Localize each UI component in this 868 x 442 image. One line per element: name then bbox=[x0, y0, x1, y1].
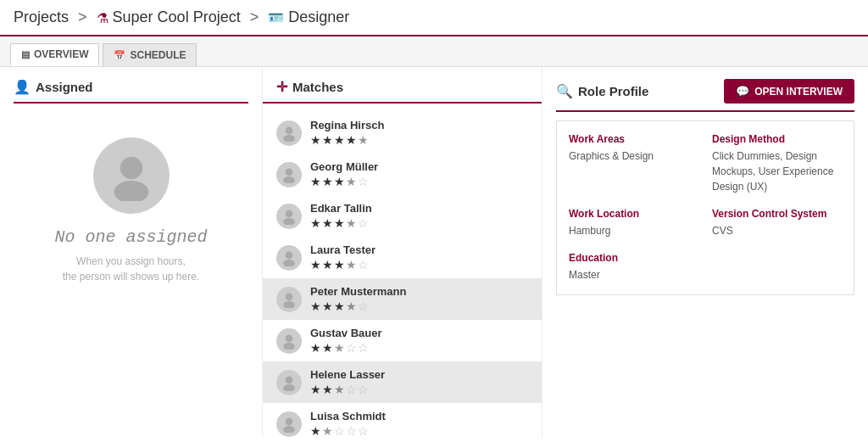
star-icon: ★ bbox=[322, 341, 333, 355]
match-item[interactable]: Gustav Bauer★★★☆☆ bbox=[263, 320, 542, 361]
match-name: Peter Mustermann bbox=[310, 285, 406, 298]
svg-point-6 bbox=[286, 210, 293, 217]
match-item[interactable]: Laura Tester★★★★☆ bbox=[263, 237, 542, 278]
star-icon: ★ bbox=[334, 341, 345, 355]
role-section-version-control: Version Control System CVS bbox=[712, 208, 842, 238]
match-item[interactable]: Georg Müller★★★★☆ bbox=[263, 154, 542, 195]
star-icon: ★ bbox=[310, 341, 321, 355]
star-icon: ☆ bbox=[358, 216, 369, 230]
match-stars: ★★★☆☆ bbox=[310, 341, 382, 355]
match-item[interactable]: Luisa Schmidt★★☆☆☆ bbox=[263, 403, 542, 437]
star-icon: ☆ bbox=[346, 341, 357, 355]
svg-point-9 bbox=[283, 260, 295, 266]
assigned-empty: No one assigned When you assign hours,th… bbox=[14, 112, 248, 310]
match-name: Georg Müller bbox=[310, 160, 378, 173]
role-panel: 🔍 Role Profile 💬 OPEN INTERVIEW Work Are… bbox=[542, 67, 868, 437]
svg-point-12 bbox=[286, 334, 293, 342]
breadcrumb-projects-link[interactable]: Projects bbox=[14, 8, 69, 25]
chat-icon: 💬 bbox=[736, 85, 749, 98]
match-name: Gustav Bauer bbox=[310, 327, 382, 339]
match-avatar bbox=[276, 204, 302, 229]
tab-schedule[interactable]: 📅 SCHEDULE bbox=[103, 43, 197, 66]
match-stars: ★★★★★ bbox=[310, 133, 384, 147]
star-icon: ★ bbox=[310, 216, 321, 230]
role-details: Work Areas Graphics & Design Design Meth… bbox=[556, 120, 854, 295]
svg-point-5 bbox=[283, 176, 295, 183]
search-icon: 🔍 bbox=[556, 83, 573, 99]
flask-icon: ⚗ bbox=[97, 11, 108, 25]
star-icon: ★ bbox=[334, 175, 345, 188]
match-avatar bbox=[276, 245, 302, 271]
breadcrumb-project-name[interactable]: Super Cool Project bbox=[113, 8, 241, 25]
svg-point-16 bbox=[286, 417, 293, 425]
svg-point-11 bbox=[283, 301, 295, 308]
star-icon: ★ bbox=[322, 133, 333, 147]
match-avatar bbox=[276, 370, 302, 395]
match-item[interactable]: Edkar Tallin★★★★☆ bbox=[263, 195, 542, 237]
avatar bbox=[93, 137, 170, 214]
assigned-panel-title: 👤 Assigned bbox=[14, 79, 248, 104]
star-icon: ★ bbox=[322, 258, 333, 271]
match-name: Regina Hirsch bbox=[310, 119, 384, 131]
match-avatar bbox=[276, 287, 302, 312]
star-icon: ★ bbox=[310, 133, 321, 147]
no-assigned-sub: When you assign hours,the person will sh… bbox=[63, 254, 199, 284]
match-item[interactable]: Helene Lasser★★★☆☆ bbox=[263, 361, 542, 403]
match-name: Laura Tester bbox=[310, 243, 376, 256]
assigned-panel: 👤 Assigned No one assigned When you assi… bbox=[0, 67, 263, 437]
breadcrumb-role-name[interactable]: Designer bbox=[288, 8, 349, 25]
star-icon: ★ bbox=[346, 299, 357, 313]
svg-point-14 bbox=[286, 376, 293, 383]
match-item[interactable]: Peter Mustermann★★★★☆ bbox=[263, 278, 542, 320]
breadcrumb-sep2: > bbox=[250, 8, 264, 25]
match-avatar bbox=[276, 328, 302, 354]
star-icon: ★ bbox=[322, 299, 333, 313]
tabs-bar: ▤ OVERVIEW 📅 SCHEDULE bbox=[0, 36, 868, 67]
star-icon: ★ bbox=[334, 299, 345, 313]
match-stars: ★★★★☆ bbox=[310, 299, 406, 313]
id-card-icon: 🪪 bbox=[268, 10, 284, 25]
overview-tab-icon: ▤ bbox=[21, 49, 30, 60]
svg-point-7 bbox=[283, 218, 295, 225]
star-icon: ☆ bbox=[358, 341, 369, 355]
star-icon: ★ bbox=[322, 424, 333, 437]
match-stars: ★★★★☆ bbox=[310, 175, 378, 188]
star-icon: ★ bbox=[310, 299, 321, 313]
star-icon: ★ bbox=[322, 175, 333, 188]
match-avatar bbox=[276, 162, 302, 187]
svg-point-3 bbox=[283, 135, 295, 142]
star-icon: ★ bbox=[346, 258, 357, 271]
star-icon: ☆ bbox=[358, 258, 369, 271]
svg-point-2 bbox=[286, 126, 293, 134]
star-icon: ★ bbox=[334, 383, 345, 396]
open-interview-button[interactable]: 💬 OPEN INTERVIEW bbox=[724, 79, 854, 104]
matches-list: Regina Hirsch★★★★★Georg Müller★★★★☆Edkar… bbox=[263, 112, 542, 437]
star-icon: ★ bbox=[346, 133, 357, 147]
match-name: Edkar Tallin bbox=[310, 202, 372, 215]
star-icon: ★ bbox=[310, 383, 321, 396]
svg-point-10 bbox=[286, 293, 293, 300]
no-assigned-text: No one assigned bbox=[54, 227, 207, 247]
role-panel-header: 🔍 Role Profile 💬 OPEN INTERVIEW bbox=[556, 79, 854, 112]
role-section-work-location: Work Location Hamburg bbox=[569, 208, 698, 238]
svg-point-17 bbox=[283, 426, 295, 433]
match-item[interactable]: Regina Hirsch★★★★★ bbox=[263, 112, 542, 154]
matches-panel-title: ✛ Matches bbox=[263, 79, 542, 104]
tab-overview[interactable]: ▤ OVERVIEW bbox=[10, 43, 99, 66]
svg-point-8 bbox=[286, 251, 293, 259]
star-icon: ★ bbox=[310, 175, 321, 188]
match-stars: ★★★★☆ bbox=[310, 216, 372, 230]
svg-point-0 bbox=[120, 157, 142, 179]
star-icon: ☆ bbox=[346, 424, 357, 437]
assigned-person-icon: 👤 bbox=[14, 79, 31, 95]
star-icon: ★ bbox=[310, 258, 321, 271]
star-icon: ★ bbox=[346, 175, 357, 188]
breadcrumb: Projects > ⚗ Super Cool Project > 🪪 Desi… bbox=[0, 0, 868, 36]
breadcrumb-sep1: > bbox=[78, 8, 92, 25]
star-icon: ★ bbox=[358, 133, 369, 147]
star-icon: ★ bbox=[322, 383, 333, 396]
star-icon: ★ bbox=[322, 216, 333, 230]
match-name: Luisa Schmidt bbox=[310, 410, 386, 422]
svg-point-4 bbox=[286, 168, 293, 176]
move-icon: ✛ bbox=[276, 79, 287, 95]
